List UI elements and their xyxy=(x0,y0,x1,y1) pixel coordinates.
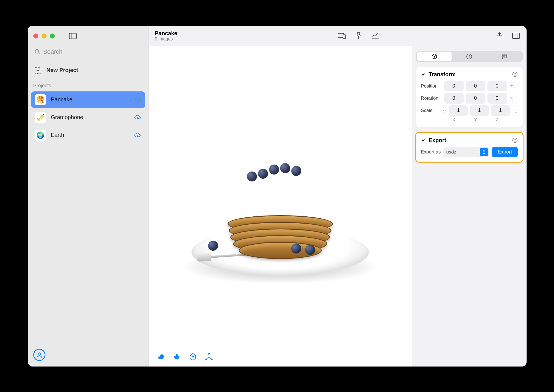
analytics-button[interactable] xyxy=(371,32,379,40)
svg-point-25 xyxy=(206,359,207,360)
account-footer xyxy=(28,343,149,367)
export-button[interactable]: Export xyxy=(492,147,517,157)
minimize-window-button[interactable] xyxy=(42,34,47,39)
search-icon xyxy=(34,49,40,55)
export-as-label: Export as xyxy=(421,149,441,155)
select-stepper-icon xyxy=(480,148,488,156)
undo-icon[interactable] xyxy=(513,108,518,113)
svg-rect-10 xyxy=(343,35,345,39)
tab-info[interactable] xyxy=(452,52,487,61)
project-item-pancake[interactable]: 🥞 Pancake xyxy=(31,91,145,108)
export-format-value: usdz xyxy=(446,149,456,155)
position-label: Position xyxy=(421,83,442,89)
svg-point-15 xyxy=(176,354,178,356)
svg-point-17 xyxy=(177,356,179,358)
toggle-sidebar-button[interactable] xyxy=(69,32,77,40)
svg-point-18 xyxy=(176,356,178,358)
cloud-download-icon[interactable] xyxy=(134,132,141,138)
svg-point-20 xyxy=(177,357,178,359)
scale-label: Scale xyxy=(421,108,441,113)
svg-point-2 xyxy=(35,49,39,53)
svg-point-29 xyxy=(469,55,469,55)
mesh-view-button[interactable] xyxy=(189,353,197,361)
svg-point-8 xyxy=(38,353,40,355)
tab-object[interactable] xyxy=(417,52,452,61)
scale-x-input[interactable]: 1 xyxy=(449,105,468,116)
transform-title: Transform xyxy=(429,71,456,78)
svg-point-24 xyxy=(208,353,210,354)
rotation-x-input[interactable]: 0 xyxy=(444,93,464,104)
project-thumb: 🎺 xyxy=(35,112,46,123)
cloud-download-icon[interactable] xyxy=(134,114,141,121)
project-item-gramophone[interactable]: 🎺 Gramophone xyxy=(31,109,145,126)
traffic-lights xyxy=(33,34,55,39)
rotation-z-input[interactable]: 0 xyxy=(487,93,507,104)
lighting-mode-button[interactable] xyxy=(157,353,165,361)
tab-comments[interactable] xyxy=(487,52,522,61)
undo-icon[interactable] xyxy=(510,84,515,89)
account-button[interactable] xyxy=(33,349,45,361)
app-window: Search New Project Projects 🥞 Pancake 🎺 … xyxy=(28,26,527,367)
axes-view-button[interactable] xyxy=(205,353,213,361)
chevron-down-icon[interactable] xyxy=(421,138,425,142)
toolbar: Pancake 0 images xyxy=(149,26,527,46)
scale-y-input[interactable]: 1 xyxy=(470,105,489,116)
project-name: Earth xyxy=(51,132,64,138)
export-title: Export xyxy=(429,137,446,144)
help-icon[interactable] xyxy=(512,137,518,143)
title-block: Pancake 0 images xyxy=(155,30,177,42)
svg-point-35 xyxy=(515,141,515,142)
export-panel: Export Export as usdz Export xyxy=(415,132,524,163)
transform-panel: Transform Position 0 0 0 Rotation 0 0 xyxy=(416,67,523,127)
close-window-button[interactable] xyxy=(33,34,38,39)
position-y-input[interactable]: 0 xyxy=(466,81,485,91)
window-controls-bar xyxy=(28,26,149,46)
svg-point-7 xyxy=(135,97,141,103)
device-preview-button[interactable] xyxy=(338,32,346,40)
position-z-input[interactable]: 0 xyxy=(487,81,507,91)
rotation-label: Rotation xyxy=(421,96,442,101)
viewport-toolbar xyxy=(157,353,213,361)
project-item-earth[interactable]: 🌍 Earth xyxy=(31,127,145,144)
svg-line-3 xyxy=(38,52,39,54)
project-name: Pancake xyxy=(51,96,73,103)
projects-section-label: Projects xyxy=(28,79,149,90)
project-thumb: 🌍 xyxy=(35,130,46,141)
search-field[interactable]: Search xyxy=(32,46,144,57)
fullscreen-window-button[interactable] xyxy=(50,34,55,39)
svg-point-33 xyxy=(515,75,515,76)
svg-rect-13 xyxy=(512,33,520,39)
undo-icon[interactable] xyxy=(510,96,515,101)
scale-z-input[interactable]: 1 xyxy=(491,105,510,116)
new-project-button[interactable]: New Project xyxy=(32,65,144,76)
help-icon[interactable] xyxy=(512,71,518,77)
link-scale-icon[interactable] xyxy=(442,108,447,113)
content-row: Transform Position 0 0 0 Rotation 0 0 xyxy=(149,46,527,367)
add-icon xyxy=(34,67,42,74)
pin-button[interactable] xyxy=(354,32,363,40)
rotation-y-input[interactable]: 0 xyxy=(466,93,485,104)
svg-point-16 xyxy=(174,356,176,358)
chevron-down-icon[interactable] xyxy=(421,72,425,76)
main-area: Pancake 0 images xyxy=(149,26,527,367)
svg-point-19 xyxy=(175,357,177,359)
sync-complete-icon xyxy=(135,96,141,103)
point-cloud-button[interactable] xyxy=(173,353,181,361)
position-x-input[interactable]: 0 xyxy=(444,81,464,91)
svg-rect-0 xyxy=(69,33,76,39)
right-tools xyxy=(495,32,520,40)
inspector-tabs xyxy=(416,51,523,62)
project-thumb: 🥞 xyxy=(35,94,46,105)
search-placeholder: Search xyxy=(43,48,63,55)
svg-point-26 xyxy=(211,359,212,360)
sidebar: Search New Project Projects 🥞 Pancake 🎺 … xyxy=(28,26,149,367)
share-button[interactable] xyxy=(495,32,504,40)
viewport-3d[interactable] xyxy=(149,46,412,367)
project-list: 🥞 Pancake 🎺 Gramophone 🌍 Earth xyxy=(31,91,145,144)
document-title: Pancake xyxy=(155,30,177,37)
export-format-select[interactable]: usdz xyxy=(443,147,489,157)
toggle-inspector-button[interactable] xyxy=(512,32,520,40)
project-name: Gramophone xyxy=(51,114,83,121)
center-tools xyxy=(338,32,379,40)
axis-labels: X Y Z xyxy=(444,117,518,122)
